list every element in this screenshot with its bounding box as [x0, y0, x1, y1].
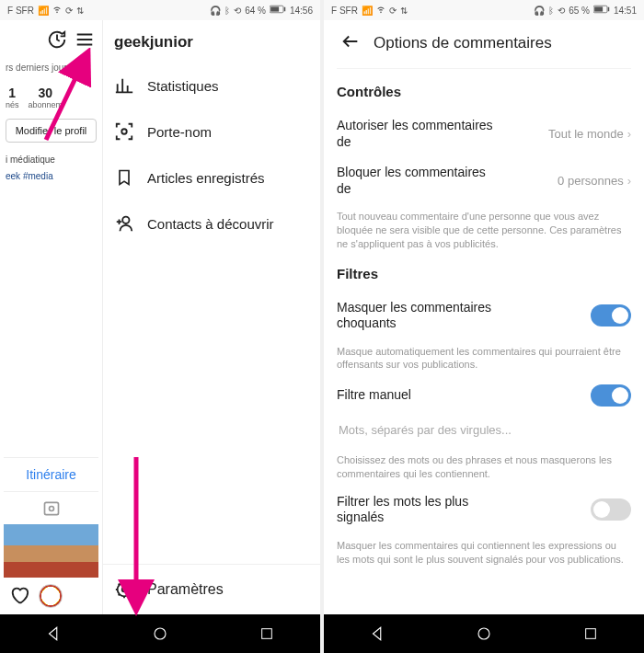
battery-label: 64 % — [245, 6, 266, 16]
back-arrow-icon[interactable] — [340, 31, 361, 55]
nav-recent-button[interactable] — [248, 621, 285, 647]
edit-profile-button[interactable]: Modifier le profil — [6, 119, 97, 143]
stat-posts[interactable]: 1 nés — [6, 86, 19, 109]
scan-icon — [114, 121, 134, 142]
svg-point-8 — [122, 588, 127, 592]
svg-rect-17 — [586, 629, 596, 639]
bluetooth-icon: ᛒ — [548, 6, 554, 16]
status-bar: F SFR 📶 ⟳ ⇅ 🎧 ᛒ ⟲ 65 % 14:51 — [324, 0, 644, 20]
manual-filter-input[interactable]: Mots, séparés par des virgules... — [337, 414, 631, 441]
nav-recent-button[interactable] — [572, 621, 609, 647]
stat-followers-num: 30 — [29, 86, 63, 100]
menu-item-saved[interactable]: Articles enregistrés — [103, 155, 320, 200]
svg-point-6 — [122, 217, 129, 223]
rotate-icon: ⟲ — [234, 6, 241, 16]
svg-rect-12 — [262, 629, 272, 639]
nav-home-button[interactable] — [142, 621, 178, 647]
post-thumbnail[interactable] — [4, 524, 98, 578]
stat-posts-num: 1 — [6, 86, 19, 100]
menu-item-nametag[interactable]: Porte-nom — [103, 109, 320, 155]
hashtag-line[interactable]: eek #media — [4, 171, 98, 189]
tagged-tab[interactable] — [4, 491, 98, 524]
gear-icon — [114, 579, 134, 600]
toggle-manual-filter[interactable] — [591, 384, 631, 407]
svg-point-16 — [478, 628, 489, 639]
nav-back-button[interactable] — [359, 621, 396, 647]
bluetooth-icon: ᛒ — [224, 6, 230, 16]
wifi-icon — [52, 5, 62, 16]
section-controls-heading: Contrôles — [337, 84, 631, 99]
bio-line: i médiatique — [4, 154, 98, 171]
svg-point-5 — [121, 129, 127, 134]
sync-icon: ⟳ — [389, 6, 397, 16]
block-comments-label: Bloquer les commentaires de — [337, 165, 493, 197]
wifi-icon — [376, 5, 385, 16]
svg-point-11 — [155, 628, 166, 639]
manual-filter-label: Filtre manuel — [337, 387, 411, 404]
svg-rect-2 — [284, 7, 286, 12]
toggle-hide-offensive[interactable] — [591, 304, 631, 326]
section-filters-heading: Filtres — [337, 266, 631, 281]
itinerary-link[interactable]: Itinéraire — [4, 457, 98, 491]
menu-item-label: Articles enregistrés — [147, 170, 265, 186]
page-title: Options de commentaires — [374, 34, 552, 52]
svg-rect-1 — [270, 6, 279, 11]
carrier-label: F SFR — [331, 6, 358, 16]
toggle-reported-words[interactable] — [591, 498, 631, 521]
stat-posts-lbl: nés — [6, 100, 19, 109]
transfer-icon: ⇅ — [400, 6, 408, 16]
svg-rect-15 — [608, 7, 610, 12]
hide-offensive-helper: Masque automatiquement les commentaires … — [337, 345, 631, 372]
time-label: 14:51 — [614, 6, 637, 16]
row-block-comments[interactable]: Bloquer les commentaires de 0 personnes … — [337, 157, 631, 204]
time-label: 14:56 — [290, 6, 313, 16]
allow-comments-value: Tout le monde — [548, 127, 624, 141]
battery-label: 65 % — [569, 6, 590, 16]
transfer-icon: ⇅ — [76, 6, 84, 16]
menu-item-label: Porte-nom — [147, 124, 212, 140]
rotate-icon: ⟲ — [558, 6, 565, 16]
battery-icon — [593, 5, 610, 16]
menu-item-label: Contacts à découvrir — [147, 216, 274, 232]
stat-followers[interactable]: 30 abonnem — [29, 86, 63, 109]
signal-icon: 📶 — [38, 6, 49, 16]
svg-rect-3 — [44, 502, 58, 514]
row-manual-filter: Filtre manuel — [337, 377, 631, 414]
manual-filter-helper: Choisissez des mots ou des phrases et no… — [337, 453, 631, 481]
nav-back-button[interactable] — [35, 621, 72, 647]
reported-words-helper: Masquer les commentaires qui contiennent… — [337, 539, 631, 567]
signal-icon: 📶 — [362, 6, 373, 16]
controls-helper-text: Tout nouveau commentaire d'une personne … — [337, 210, 631, 251]
chevron-right-icon: › — [627, 127, 631, 141]
svg-point-4 — [49, 506, 53, 510]
activity-icon[interactable] — [47, 29, 67, 50]
timeframe-label: rs derniers jours — [4, 57, 98, 82]
menu-item-discover[interactable]: Contacts à découvrir — [103, 200, 320, 246]
battery-icon — [270, 5, 286, 16]
menu-item-label: Statistiques — [147, 78, 219, 94]
headphones-icon: 🎧 — [534, 6, 545, 16]
menu-item-settings[interactable]: Paramètres — [103, 564, 320, 614]
menu-settings-label: Paramètres — [147, 581, 224, 598]
svg-rect-14 — [594, 6, 603, 11]
heart-icon[interactable] — [9, 585, 29, 608]
row-allow-comments[interactable]: Autoriser les commentaires de Tout le mo… — [337, 110, 631, 157]
menu-username: geekjunior — [103, 20, 320, 63]
row-hide-offensive: Masquer les commentaires choquants — [337, 292, 631, 339]
profile-sidebar: rs derniers jours 1 nés 30 abonnem Modif… — [0, 20, 103, 614]
stat-followers-lbl: abonnem — [29, 100, 63, 109]
allow-comments-label: Autoriser les commentaires de — [337, 118, 493, 150]
hide-offensive-label: Masquer les commentaires choquants — [337, 300, 493, 332]
phone-right: F SFR 📶 ⟳ ⇅ 🎧 ᛒ ⟲ 65 % 14:51 Options de … — [324, 0, 644, 653]
chevron-right-icon: › — [627, 174, 631, 188]
add-person-icon — [114, 213, 134, 234]
nav-home-button[interactable] — [466, 621, 502, 647]
android-navbar — [0, 614, 320, 653]
reported-words-label: Filtrer les mots les plus signalés — [337, 494, 493, 526]
story-avatar[interactable] — [39, 584, 63, 608]
block-comments-value: 0 personnes — [558, 174, 624, 188]
bookmark-icon — [114, 167, 134, 188]
headphones-icon: 🎧 — [210, 6, 221, 16]
menu-item-statistics[interactable]: Statistiques — [103, 63, 320, 109]
hamburger-menu-icon[interactable] — [75, 29, 95, 50]
